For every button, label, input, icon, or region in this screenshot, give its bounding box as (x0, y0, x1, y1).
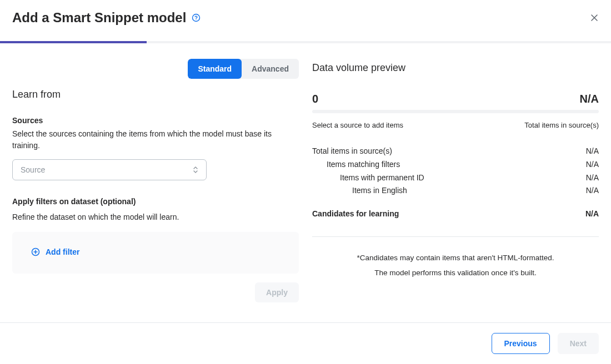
modal-header: Add a Smart Snippet model (0, 0, 611, 41)
preview-row-label: Items matching filters (312, 158, 400, 171)
svg-point-1 (196, 19, 197, 20)
filters-label: Apply filters on dataset (optional) (12, 197, 299, 206)
page-title-text: Add a Smart Snippet model (12, 10, 186, 26)
preview-na-top: N/A (580, 93, 599, 105)
preview-divider (312, 236, 599, 237)
add-filter-button[interactable]: Add filter (31, 247, 79, 256)
preview-title: Data volume preview (312, 62, 599, 74)
preview-top-row: 0 N/A (312, 93, 599, 105)
add-filter-label: Add filter (46, 247, 79, 256)
help-icon[interactable] (192, 13, 201, 22)
preview-row-value: N/A (586, 184, 599, 198)
modal-footer: Previous Next (0, 322, 611, 364)
preview-row: Total items in source(s) N/A (312, 145, 599, 158)
learn-from-title: Learn from (12, 89, 299, 100)
tab-group: Standard Advanced (188, 59, 299, 79)
preview-caption-right: Total items in source(s) (524, 121, 599, 129)
preview-zero: 0 (312, 93, 318, 105)
preview-note: *Candidates may contain items that aren'… (312, 250, 599, 280)
source-select[interactable]: Source (12, 159, 207, 180)
tab-advanced[interactable]: Advanced (242, 59, 299, 79)
preview-note-line: The model performs this validation once … (312, 265, 599, 280)
chevron-updown-icon (193, 166, 198, 174)
candidates-value: N/A (585, 208, 599, 221)
previous-button[interactable]: Previous (492, 333, 550, 354)
candidates-row: Candidates for learning N/A (312, 208, 599, 221)
filter-box: Add filter (12, 232, 299, 274)
sources-label: Sources (12, 116, 299, 125)
preview-bar (312, 110, 599, 113)
page-title: Add a Smart Snippet model (12, 10, 201, 26)
preview-row: Items with permanent ID N/A (312, 171, 599, 185)
preview-caption-left: Select a source to add items (312, 121, 403, 129)
apply-button[interactable]: Apply (255, 282, 299, 302)
source-select-placeholder: Source (21, 165, 45, 174)
next-button[interactable]: Next (558, 333, 599, 354)
data-volume-panel: Data volume preview 0 N/A Select a sourc… (306, 43, 599, 302)
sources-help: Select the sources containing the items … (12, 128, 299, 151)
learn-from-panel: Standard Advanced Learn from Sources Sel… (12, 43, 306, 302)
preview-row-value: N/A (586, 171, 599, 185)
filters-help: Refine the dataset on which the model wi… (12, 211, 299, 223)
preview-row: Items matching filters N/A (312, 158, 599, 171)
tab-standard[interactable]: Standard (188, 59, 242, 79)
candidates-label: Candidates for learning (312, 208, 399, 221)
preview-rows: Total items in source(s) N/A Items match… (312, 145, 599, 221)
preview-row-label: Total items in source(s) (312, 145, 392, 158)
preview-row-label: Items with permanent ID (312, 171, 424, 185)
preview-note-line: *Candidates may contain items that aren'… (312, 250, 599, 265)
preview-row-value: N/A (586, 158, 599, 171)
preview-row: Items in English N/A (312, 184, 599, 198)
preview-row-value: N/A (586, 145, 599, 158)
plus-circle-icon (31, 247, 40, 256)
preview-row-label: Items in English (312, 184, 407, 198)
close-icon[interactable] (590, 13, 599, 22)
tab-group-wrap: Standard Advanced (12, 43, 299, 89)
